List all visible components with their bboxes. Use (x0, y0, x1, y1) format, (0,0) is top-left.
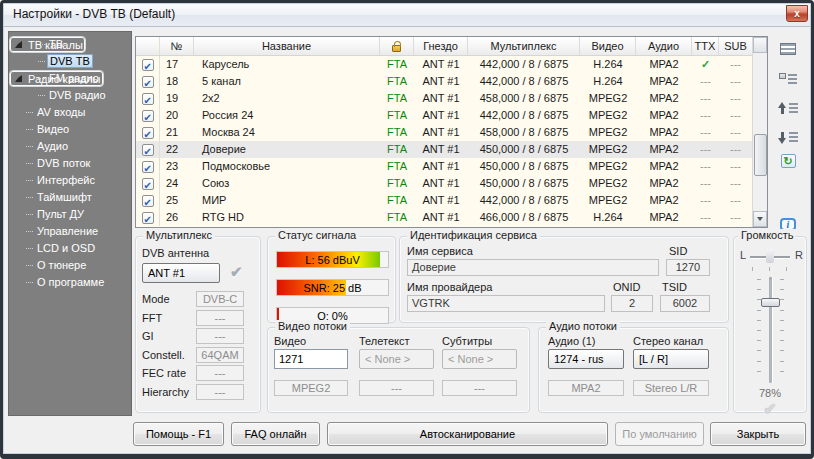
remove-channel-button[interactable] (775, 66, 801, 92)
multiplex-cell: 450,000 / 8 / 6875 (468, 141, 580, 158)
table-row[interactable]: 25 МИР FTA ANT #1 442,000 / 8 / 6875 MPE… (136, 192, 752, 209)
audio-codec-cell: MPA2 (636, 90, 692, 107)
channel-checkbox[interactable] (142, 127, 154, 139)
audio-codec-value: MPA2 (548, 380, 624, 396)
sidebar-item[interactable]: AV входы (9, 104, 131, 121)
sidebar-item[interactable]: DVB ТВ (9, 53, 131, 70)
volume-slider-track[interactable] (769, 277, 772, 383)
sidebar-item[interactable]: Аудио (9, 138, 131, 155)
socket-cell: ANT #1 (414, 175, 468, 192)
signal-panel-title: Статус сигнала (275, 229, 359, 241)
antenna-select[interactable]: ANT #1 (142, 263, 220, 283)
header-mux[interactable]: Мультиплекс (468, 37, 580, 55)
header-video[interactable]: Видео (580, 37, 636, 55)
balance-slider-thumb[interactable] (766, 249, 774, 263)
subtitles-label: Субтитры (442, 335, 492, 347)
balance-left-label: L (740, 249, 746, 261)
table-row[interactable]: 21 Москва 24 FTA ANT #1 458,000 / 8 / 68… (136, 124, 752, 141)
channel-checkbox[interactable] (142, 161, 154, 173)
sidebar-item[interactable]: Таймшифт (9, 189, 131, 206)
sub-cell: --- (719, 56, 752, 73)
video-pid-input[interactable] (274, 349, 348, 369)
audio-codec-cell: MPA2 (636, 158, 692, 175)
sidebar-item[interactable]: LCD и OSD (9, 240, 131, 257)
video-codec-cell: H.264 (580, 56, 636, 73)
table-row[interactable]: 26 RTG HD FTA ANT #1 466,000 / 8 / 6875 … (136, 209, 752, 226)
channel-checkbox[interactable] (142, 93, 154, 105)
signal-bar-label: SNR: 25 dB (277, 280, 388, 295)
scroll-up-button[interactable] (753, 37, 767, 53)
sidebar-item-label: DVB ТВ (47, 54, 93, 68)
table-row[interactable]: 18 5 канал FTA ANT #1 442,000 / 8 / 6875… (136, 73, 752, 90)
volume-slider-thumb[interactable] (761, 298, 780, 307)
balance-right-label: R (795, 249, 803, 261)
audio-codec-cell: MPA2 (636, 73, 692, 90)
channel-checkbox[interactable] (142, 59, 154, 71)
balance-ticks (752, 267, 790, 271)
close-button[interactable]: x (786, 5, 808, 22)
channel-list-button[interactable] (775, 36, 801, 62)
close-window-button[interactable]: Закрыть (710, 422, 806, 446)
field-label: Hierarchy (142, 386, 196, 398)
table-row[interactable]: 23 Подмосковье FTA ANT #1 450,000 / 8 / … (136, 158, 752, 175)
channel-checkbox[interactable] (142, 212, 154, 224)
sub-cell: --- (719, 90, 752, 107)
channel-checkbox[interactable] (142, 76, 154, 88)
service-panel-title: Идентификация сервиса (407, 229, 540, 241)
header-ttx[interactable]: TTX (692, 37, 719, 55)
table-scrollbar[interactable] (752, 37, 767, 227)
scroll-down-button[interactable] (753, 211, 767, 227)
autoscan-button[interactable]: Автосканирование (327, 422, 608, 446)
move-up-button[interactable] (775, 95, 801, 121)
antenna-apply-button[interactable]: ✔ (230, 263, 243, 281)
access-cell: FTA (380, 124, 414, 141)
tree-guide (26, 214, 33, 217)
help-button[interactable]: Помощь - F1 (133, 422, 224, 446)
sidebar-item[interactable]: DVB радио (9, 87, 131, 104)
channel-checkbox[interactable] (142, 178, 154, 190)
channel-table: № Название Гнездо Мультиплекс Видео Ауди… (135, 36, 768, 228)
channel-checkbox[interactable] (142, 144, 154, 156)
video-codec-cell: MPEG2 (580, 175, 636, 192)
header-access[interactable] (380, 37, 414, 55)
sidebar-item[interactable]: Интерфейс (9, 172, 131, 189)
table-row[interactable]: 24 Союз FTA ANT #1 450,000 / 8 / 6875 MP… (136, 175, 752, 192)
sidebar-item[interactable]: О программе (9, 274, 131, 291)
header-audio[interactable]: Аудио (636, 37, 692, 55)
checkbox-cell (136, 209, 160, 226)
audio-select[interactable]: 1274 - rus (548, 349, 624, 369)
table-row[interactable]: 20 Россия 24 FTA ANT #1 442,000 / 8 / 68… (136, 107, 752, 124)
sidebar-item[interactable]: Радио каналы (9, 70, 104, 87)
table-row[interactable]: 22 Доверие FTA ANT #1 450,000 / 8 / 6875… (136, 141, 752, 158)
faq-button[interactable]: FAQ онлайн (231, 422, 320, 446)
multiplex-fields: ModeDVB-CFFT---GI---Constell.64QAMFEC ra… (136, 291, 260, 402)
multiplex-field-row: FEC rate--- (136, 365, 260, 381)
stereo-select[interactable]: [L / R] (633, 349, 709, 369)
header-name[interactable]: Название (194, 37, 380, 55)
audio-panel-title: Аудио потоки (546, 320, 620, 332)
sidebar-item[interactable]: Пульт ДУ (9, 206, 131, 223)
rescan-button[interactable]: ↻ (775, 148, 801, 174)
sidebar-item[interactable]: Управление (9, 223, 131, 240)
table-row[interactable]: 17 Карусель FTA ANT #1 442,000 / 8 / 687… (136, 56, 752, 73)
sidebar-item[interactable]: DVB поток (9, 155, 131, 172)
header-sub[interactable]: SUB (719, 37, 752, 55)
multiplex-cell: 450,000 / 8 / 6875 (468, 175, 580, 192)
expand-arrow-icon (15, 41, 22, 48)
sidebar-item[interactable]: О тюнере (9, 257, 131, 274)
audio-codec-cell: MPA2 (636, 107, 692, 124)
sidebar-item-label: Управление (35, 224, 100, 238)
channel-checkbox[interactable] (142, 110, 154, 122)
sidebar-item[interactable]: Видео (9, 121, 131, 138)
channel-checkbox[interactable] (142, 195, 154, 207)
header-socket[interactable]: Гнездо (414, 37, 468, 55)
scrollbar-thumb[interactable] (754, 134, 767, 176)
header-num[interactable]: № (160, 37, 194, 55)
volume-ticks-right (780, 279, 784, 381)
sidebar-item[interactable]: ТВ каналы (9, 36, 86, 53)
signal-bar-label: L: 56 dBuV (277, 252, 388, 267)
checkbox-cell (136, 90, 160, 107)
move-down-button[interactable] (775, 124, 801, 150)
volume-mute-button[interactable]: ✔ (734, 400, 806, 418)
table-row[interactable]: 19 2x2 FTA ANT #1 458,000 / 8 / 6875 MPE… (136, 90, 752, 107)
